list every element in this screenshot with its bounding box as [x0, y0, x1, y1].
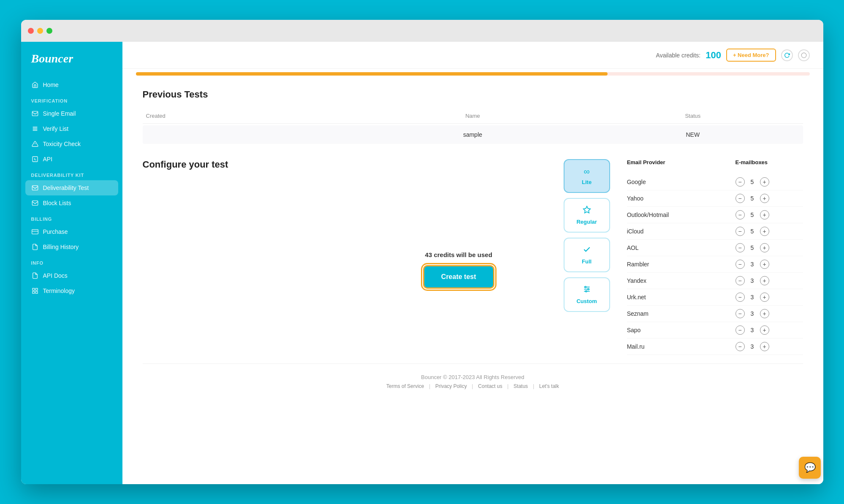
traffic-light-yellow[interactable]	[37, 28, 43, 34]
footer-privacy[interactable]: Privacy Policy	[435, 383, 467, 389]
create-test-button[interactable]: Create test	[423, 265, 494, 289]
sidebar-item-verify-list[interactable]: Verify List	[21, 121, 122, 136]
need-more-button[interactable]: + Need More?	[726, 49, 776, 62]
browser-bar	[21, 20, 823, 42]
provider-row: AOL − 5 +	[627, 240, 803, 256]
chat-button[interactable]: 💬	[799, 457, 821, 479]
block-lists-icon	[31, 199, 39, 207]
svg-point-12	[801, 53, 806, 58]
configure-section: Configure your test 43 credits will be u…	[143, 159, 803, 355]
footer-contact[interactable]: Contact us	[478, 383, 502, 389]
sidebar-block-lists-label: Block Lists	[43, 200, 71, 206]
mailbox-decrease-btn[interactable]: −	[735, 243, 745, 252]
mailbox-count: 3	[749, 277, 756, 284]
sidebar-item-api-docs[interactable]: API Docs	[21, 268, 122, 283]
sidebar-item-deliverability-test[interactable]: Deliverability Test	[25, 180, 118, 195]
mailbox-increase-btn[interactable]: +	[760, 210, 769, 219]
credits-value: 100	[706, 50, 721, 61]
mailbox-decrease-btn[interactable]: −	[735, 194, 745, 203]
sidebar-api-label: API	[43, 156, 53, 163]
billing-history-icon	[31, 243, 39, 251]
svg-rect-9	[35, 288, 38, 290]
sidebar-item-block-lists[interactable]: Block Lists	[21, 195, 122, 211]
table-header: Created Name Status	[143, 108, 803, 124]
configure-title-area: Configure your test	[143, 159, 354, 355]
mailbox-increase-btn[interactable]: +	[760, 276, 769, 285]
section-label-info: INFO	[21, 255, 122, 268]
terminology-icon	[31, 287, 39, 295]
mailbox-increase-btn[interactable]: +	[760, 177, 769, 187]
previous-tests-title: Previous Tests	[143, 89, 803, 100]
mailbox-increase-btn[interactable]: +	[760, 293, 769, 302]
col-status: Status	[583, 113, 803, 119]
provider-row: Mail.ru − 3 +	[627, 339, 803, 355]
mailbox-decrease-btn[interactable]: −	[735, 342, 745, 351]
mailbox-decrease-btn[interactable]: −	[735, 309, 745, 318]
regular-icon	[583, 206, 591, 216]
provider-name: Rambler	[627, 261, 735, 268]
mailbox-increase-btn[interactable]: +	[760, 227, 769, 236]
mailbox-increase-btn[interactable]: +	[760, 260, 769, 269]
toxicity-icon	[31, 140, 39, 148]
deliverability-icon	[31, 184, 39, 192]
sidebar-item-toxicity-check[interactable]: Toxicity Check	[21, 136, 122, 152]
plan-card-full[interactable]: Full	[564, 238, 610, 272]
provider-name: Yandex	[627, 277, 735, 284]
plan-card-custom[interactable]: Custom	[564, 277, 610, 312]
mailbox-increase-btn[interactable]: +	[760, 325, 769, 335]
sidebar-billing-history-label: Billing History	[43, 244, 79, 250]
sidebar-item-purchase[interactable]: Purchase	[21, 224, 122, 239]
mailbox-count: 3	[749, 327, 756, 333]
mailbox-decrease-btn[interactable]: −	[735, 325, 745, 335]
sidebar-item-home[interactable]: Home	[21, 77, 122, 92]
mailbox-increase-btn[interactable]: +	[760, 194, 769, 203]
mailbox-count: 5	[749, 211, 756, 218]
footer-lets-talk[interactable]: Let's talk	[539, 383, 559, 389]
footer-terms[interactable]: Terms of Service	[386, 383, 424, 389]
main-body: Previous Tests Created Name Status sampl…	[122, 76, 823, 484]
section-label-verification: VERIFICATION	[21, 92, 122, 106]
mailbox-controls: − 3 +	[735, 260, 803, 269]
full-icon	[583, 245, 591, 256]
provider-row: Rambler − 3 +	[627, 256, 803, 273]
sidebar-item-terminology[interactable]: Terminology	[21, 283, 122, 298]
svg-rect-10	[35, 291, 38, 293]
mailbox-controls: − 5 +	[735, 227, 803, 236]
col-created: Created	[143, 113, 363, 119]
footer-copyright: Bouncer © 2017-2023 All Rights Reserved	[153, 374, 793, 380]
provider-name: Mail.ru	[627, 343, 735, 350]
mailbox-decrease-btn[interactable]: −	[735, 227, 745, 236]
mailbox-increase-btn[interactable]: +	[760, 342, 769, 351]
mailbox-decrease-btn[interactable]: −	[735, 293, 745, 302]
previous-tests-section: Previous Tests Created Name Status sampl…	[143, 89, 803, 144]
mailbox-controls: − 3 +	[735, 309, 803, 318]
configure-title: Configure your test	[143, 159, 354, 170]
mailbox-decrease-btn[interactable]: −	[735, 260, 745, 269]
sidebar-item-billing-history[interactable]: Billing History	[21, 239, 122, 255]
sidebar-item-single-email[interactable]: Single Email	[21, 106, 122, 121]
section-label-billing: BILLING	[21, 211, 122, 224]
custom-icon	[583, 285, 591, 295]
mailbox-increase-btn[interactable]: +	[760, 309, 769, 318]
mailbox-decrease-btn[interactable]: −	[735, 210, 745, 219]
traffic-light-green[interactable]	[46, 28, 52, 34]
plan-card-regular[interactable]: Regular	[564, 198, 610, 233]
plan-card-lite[interactable]: ∞ Lite	[564, 159, 610, 193]
sidebar-item-api[interactable]: API	[21, 152, 122, 167]
sidebar-toxicity-label: Toxicity Check	[43, 141, 81, 147]
mailbox-count: 3	[749, 261, 756, 268]
mailbox-decrease-btn[interactable]: −	[735, 177, 745, 187]
provider-name: Sapo	[627, 327, 735, 333]
svg-rect-4	[32, 186, 38, 190]
mailbox-decrease-btn[interactable]: −	[735, 276, 745, 285]
mailbox-controls: − 3 +	[735, 342, 803, 351]
sidebar-terminology-label: Terminology	[43, 287, 75, 294]
traffic-light-red[interactable]	[28, 28, 34, 34]
footer-status[interactable]: Status	[513, 383, 528, 389]
refresh-icon[interactable]	[781, 49, 793, 61]
table-row: sample NEW	[143, 125, 803, 144]
section-label-deliverability: DELIVERABILITY KIT	[21, 167, 122, 180]
mailbox-increase-btn[interactable]: +	[760, 243, 769, 252]
settings-icon[interactable]	[798, 49, 810, 61]
sidebar-logo: Bouncer	[21, 52, 122, 77]
